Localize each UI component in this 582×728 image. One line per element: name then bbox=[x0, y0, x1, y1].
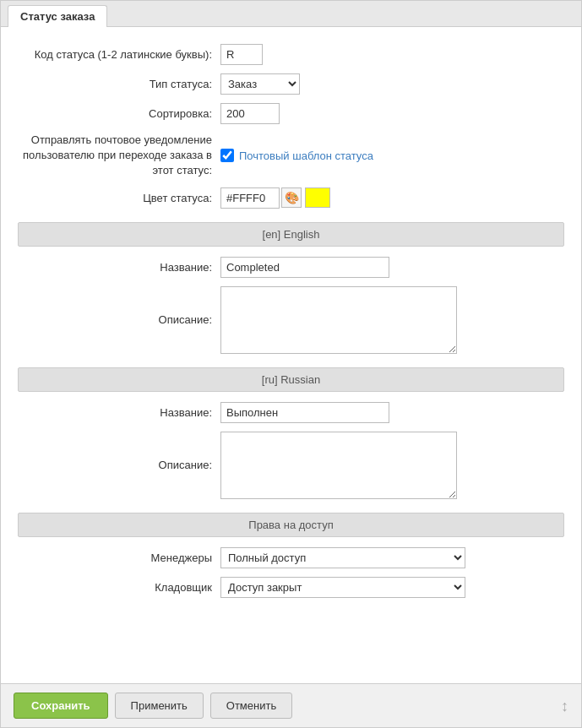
ru-name-label: Название: bbox=[18, 406, 220, 419]
tab-status-order[interactable]: Статус заказа bbox=[8, 5, 107, 27]
status-code-label: Код статуса (1-2 латинские буквы): bbox=[18, 48, 220, 61]
color-preview-swatch bbox=[305, 187, 330, 208]
ru-desc-label: Описание: bbox=[18, 459, 220, 471]
ru-description-textarea[interactable] bbox=[220, 432, 457, 499]
tab-label: Статус заказа bbox=[20, 10, 95, 23]
warehouse-row: Кладовщик Доступ закрыт Полный доступ То… bbox=[18, 577, 564, 598]
apply-label: Применить bbox=[131, 699, 188, 712]
en-desc-row: Описание: bbox=[18, 286, 564, 354]
status-code-input[interactable] bbox=[220, 44, 263, 65]
sort-row: Сортировка: bbox=[18, 103, 564, 124]
cancel-label: Отменить bbox=[226, 699, 276, 712]
en-name-label: Название: bbox=[18, 261, 220, 274]
color-text-input[interactable] bbox=[220, 187, 280, 209]
ru-desc-row: Описание: bbox=[18, 432, 564, 499]
save-button[interactable]: Сохранить bbox=[14, 693, 108, 719]
color-label: Цвет статуса: bbox=[18, 192, 220, 204]
ru-name-input[interactable] bbox=[220, 402, 389, 423]
en-name-input[interactable] bbox=[220, 257, 389, 278]
warehouse-label: Кладовщик bbox=[18, 581, 220, 594]
email-notify-label: Отправлять почтовое уведомление пользова… bbox=[18, 133, 220, 179]
status-type-select[interactable]: Заказ Предзаказ Возврат bbox=[220, 73, 300, 95]
color-input-wrap: 🎨 bbox=[220, 187, 330, 209]
mail-template-link-text: Почтовый шаблон статуса bbox=[239, 149, 373, 162]
sort-label: Сортировка: bbox=[18, 107, 220, 120]
managers-row: Менеджеры Полный доступ Только чтение До… bbox=[18, 547, 564, 568]
content-area: Код статуса (1-2 латинские буквы): Тип с… bbox=[1, 27, 581, 683]
email-notify-row: Отправлять почтовое уведомление пользова… bbox=[18, 133, 564, 179]
warehouse-select[interactable]: Доступ закрыт Полный доступ Только чтени… bbox=[220, 577, 465, 598]
section-access-header: Права на доступ bbox=[18, 513, 564, 537]
section-en-header: [en] English bbox=[18, 222, 564, 247]
en-name-row: Название: bbox=[18, 257, 564, 278]
scroll-indicator: ↕ bbox=[561, 698, 568, 714]
en-description-textarea[interactable] bbox=[220, 286, 457, 354]
section-access-title: Права на доступ bbox=[248, 519, 333, 531]
email-notify-checkbox[interactable] bbox=[220, 149, 234, 162]
en-desc-label: Описание: bbox=[18, 313, 220, 326]
section-ru-title: [ru] Russian bbox=[262, 373, 320, 386]
sort-input[interactable] bbox=[220, 103, 280, 124]
section-en-title: [en] English bbox=[263, 228, 320, 241]
footer-bar: Сохранить Применить Отменить ↕ bbox=[1, 683, 581, 727]
status-type-label: Тип статуса: bbox=[18, 78, 220, 90]
apply-button[interactable]: Применить bbox=[115, 693, 204, 719]
status-type-row: Тип статуса: Заказ Предзаказ Возврат bbox=[18, 73, 564, 95]
save-label: Сохранить bbox=[31, 699, 90, 712]
color-picker-icon: 🎨 bbox=[285, 191, 299, 204]
tab-bar: Статус заказа bbox=[1, 1, 581, 27]
mail-template-link[interactable]: Почтовый шаблон статуса bbox=[239, 149, 373, 162]
managers-label: Менеджеры bbox=[18, 551, 220, 564]
cancel-button[interactable]: Отменить bbox=[210, 693, 292, 719]
managers-select[interactable]: Полный доступ Только чтение Доступ закры… bbox=[220, 547, 465, 568]
ru-name-row: Название: bbox=[18, 402, 564, 423]
section-ru-header: [ru] Russian bbox=[18, 367, 564, 392]
color-row: Цвет статуса: 🎨 bbox=[18, 187, 564, 209]
status-code-row: Код статуса (1-2 латинские буквы): bbox=[18, 44, 564, 65]
color-picker-button[interactable]: 🎨 bbox=[281, 187, 302, 208]
